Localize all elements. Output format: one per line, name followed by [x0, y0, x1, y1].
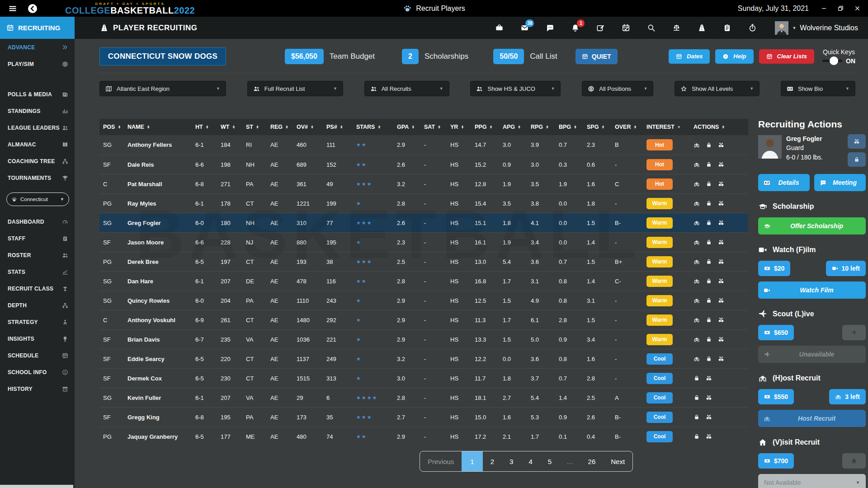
binoculars-icon[interactable] [718, 356, 724, 362]
binoculars-icon[interactable] [718, 220, 724, 226]
host-recruit-button[interactable]: Host Recruit [758, 410, 866, 427]
host-icon[interactable] [693, 161, 700, 168]
calendar-check-icon[interactable] [622, 23, 630, 32]
lock-icon[interactable] [706, 336, 712, 343]
host-icon[interactable] [693, 220, 700, 226]
lock-icon[interactable] [706, 142, 712, 148]
column-header-st[interactable]: ST▲▼ [242, 124, 267, 130]
host-icon[interactable] [693, 200, 700, 206]
sidebar-item-coaching-tree[interactable]: COACHING TREE [0, 153, 75, 169]
lock-icon[interactable] [706, 161, 712, 168]
page-ellipsis[interactable]: ... [559, 451, 580, 471]
sidebar-item-advance[interactable]: ADVANCE [0, 39, 75, 56]
table-row[interactable]: SGAnthony Fellers6-1184RIAE460111★★2.9-H… [99, 135, 748, 155]
host-icon[interactable] [693, 239, 700, 245]
table-row[interactable]: PGRay Myles6-1178CTAE1221199★2.8-HS15.43… [99, 193, 748, 213]
column-header-apg[interactable]: APG▲▼ [499, 124, 527, 130]
visit-availability-select[interactable]: Not Available▼ [758, 474, 866, 488]
sidebar-item-recruit-class[interactable]: RECRUIT CLASS [0, 280, 75, 297]
minimize-button[interactable] [821, 5, 827, 12]
column-header-reg[interactable]: REG▲▼ [267, 124, 293, 130]
binoculars-icon[interactable] [718, 297, 724, 304]
binoculars-icon[interactable] [718, 161, 724, 168]
sidebar-item-school-info[interactable]: SCHOOL INFO [0, 364, 75, 380]
table-row[interactable]: CAnthony Voskuhl6-9261CTAE1480292★2.9-HS… [99, 310, 748, 329]
host-icon[interactable] [693, 356, 700, 362]
page-button-3[interactable]: 3 [502, 451, 521, 471]
column-header-yr[interactable]: YR▲▼ [447, 124, 471, 130]
binoculars-icon[interactable] [706, 394, 712, 401]
clear-lists-button[interactable]: Clear Lists [759, 49, 814, 64]
host-icon[interactable] [693, 278, 700, 284]
column-header-ps[interactable]: PS#▲▼ [323, 124, 353, 130]
table-row[interactable]: SGQuincy Rowles6-0204PAAE1110243★2.9-HS1… [99, 291, 748, 310]
binoculars-icon[interactable] [718, 142, 724, 148]
binoculars-icon[interactable] [718, 317, 724, 323]
scout-mini-button[interactable] [848, 134, 866, 149]
filter-full-recruit-list[interactable]: Full Recruit List▼ [247, 81, 343, 96]
host-icon[interactable] [693, 317, 700, 323]
meeting-button[interactable]: Meeting [814, 174, 866, 191]
filter-all-recruits[interactable]: All Recruits▼ [364, 81, 449, 96]
table-row[interactable]: PGDerek Bree6-5197CTAE19338★★★2.5-HS13.0… [99, 252, 748, 271]
sidebar-item-strategy[interactable]: STRATEGY [0, 314, 75, 330]
column-header-ov[interactable]: OV#▲▼ [293, 124, 323, 130]
page-button-2[interactable]: 2 [483, 451, 502, 471]
lock-icon[interactable] [706, 278, 712, 284]
lock-mini-button[interactable] [848, 152, 866, 167]
offer-scholarship-button[interactable]: Offer Scholarship [758, 217, 866, 235]
table-row[interactable]: SGKevin Fuller6-1207VAAE296★★★★2.8-HS18.… [99, 388, 748, 407]
watch-film-button[interactable]: Watch Film [758, 282, 866, 299]
host-icon[interactable] [693, 181, 700, 187]
sidebar-item-insights[interactable]: INSIGHTS [0, 330, 75, 347]
host-icon[interactable] [693, 258, 700, 265]
back-button[interactable] [27, 3, 38, 14]
table-row[interactable]: PGJaquay Granberry6-5177MEAE48074★★2.9-H… [99, 427, 748, 446]
next-page-button[interactable]: Next [603, 451, 632, 471]
binoculars-icon[interactable] [718, 258, 724, 265]
scout-unavailable-button[interactable]: Unavailable [758, 346, 866, 363]
column-header-pos[interactable]: POS▲▼ [99, 124, 124, 130]
page-button-5[interactable]: 5 [540, 451, 559, 471]
search-icon[interactable] [647, 23, 656, 32]
lock-icon[interactable] [706, 317, 712, 323]
binoculars-icon[interactable] [706, 414, 712, 420]
table-row[interactable]: CPat Marshall6-8271PAAE36149★★★3.2-HS12.… [99, 174, 748, 193]
tab-recruiting[interactable]: RECRUITING [0, 17, 75, 39]
lock-icon[interactable] [693, 394, 700, 401]
sidebar-item-stats[interactable]: STATS [0, 263, 75, 280]
table-row[interactable]: SGGreg Fogler6-0180NHAE31077★★★2.6-HS15.… [99, 213, 748, 232]
team-select[interactable]: Connecticut▼ [6, 192, 69, 206]
team-name-button[interactable]: CONNECTICUT SNOW DOGS [99, 47, 226, 66]
host-icon[interactable] [693, 336, 700, 343]
page-button-4[interactable]: 4 [521, 451, 540, 471]
clipboard-icon[interactable] [723, 23, 731, 32]
column-header-spg[interactable]: SPG▲▼ [583, 124, 611, 130]
filter-show-hs-juco[interactable]: Show HS & JUCO▼ [470, 81, 561, 96]
lock-icon[interactable] [706, 239, 712, 245]
lock-icon[interactable] [706, 220, 712, 226]
mail-icon[interactable]: 38 [520, 23, 529, 32]
column-header-gpa[interactable]: GPA▲▼ [393, 124, 420, 130]
scales-icon[interactable] [672, 23, 681, 32]
column-header-name[interactable]: NAME▲▼ [124, 124, 192, 130]
binoculars-icon[interactable] [718, 278, 724, 284]
sidebar-item-league-leaders[interactable]: LEAGUE LEADERS [0, 119, 75, 136]
sidebar-item-depth[interactable]: DEPTH [0, 297, 75, 314]
previous-page-button[interactable]: Previous [420, 451, 462, 471]
table-row[interactable]: SFJason Moore6-6228NJAE880195★2.3-HS16.1… [99, 232, 748, 252]
bell-icon[interactable]: 1 [571, 23, 580, 32]
close-button[interactable] [854, 5, 861, 12]
page-button-26[interactable]: 26 [580, 451, 604, 471]
scout-square-button[interactable] [842, 325, 866, 340]
sidebar-item-almanac[interactable]: ALMANAC [0, 136, 75, 153]
lock-icon[interactable] [706, 297, 712, 304]
sidebar-item-play-sim[interactable]: PLAY/SIM [0, 56, 75, 72]
filter-all-positions[interactable]: All Positions▼ [582, 81, 653, 96]
host-icon[interactable] [693, 142, 700, 148]
binoculars-icon[interactable] [706, 433, 712, 440]
column-header-actions[interactable]: ACTIONS▲▼ [690, 124, 748, 130]
table-row[interactable]: SFGregg King6-8195PAAE17335★★★2.7-HS15.0… [99, 407, 748, 427]
filter-show-all-levels[interactable]: Show All Levels▼ [675, 81, 760, 96]
column-header-over[interactable]: OVER▲▼ [611, 124, 643, 130]
